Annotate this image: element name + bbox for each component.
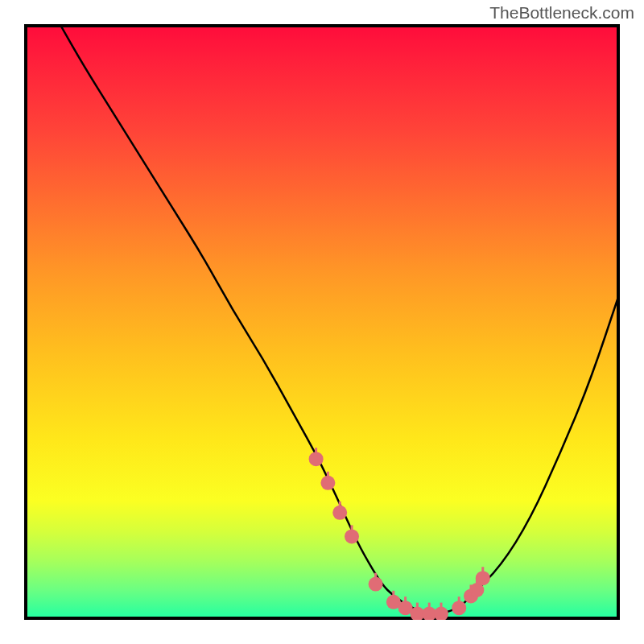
- gradient-background: [24, 24, 620, 620]
- watermark-text: TheBottleneck.com: [489, 3, 634, 23]
- plot-area: [24, 24, 620, 620]
- chart-container: TheBottleneck.com: [0, 0, 644, 644]
